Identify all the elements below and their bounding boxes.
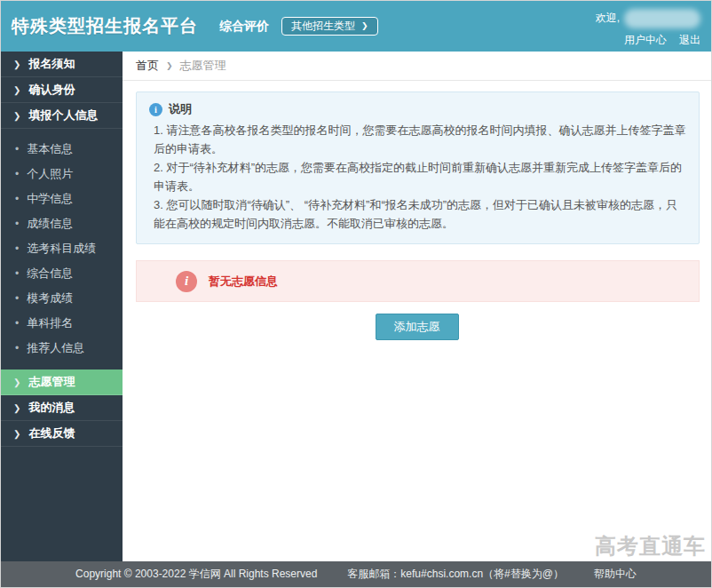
sidebar-subitem-comprehensive-info[interactable]: • 综合信息 (1, 261, 123, 286)
bullet-icon: • (15, 194, 19, 204)
username-redacted (624, 9, 700, 28)
chevron-right-icon: ❯ (361, 22, 368, 30)
chevron-right-icon: ❯ (13, 429, 20, 439)
notice-line: 3. 您可以随时取消“待确认”、 “待补充材料”和“报名未成功”的志愿，但对于已… (154, 195, 686, 233)
sidebar-item-online-feedback[interactable]: ❯ 在线反馈 (1, 421, 123, 447)
sidebar-subitem-personal-photo[interactable]: • 个人照片 (1, 162, 123, 187)
bullet-icon: • (15, 343, 19, 354)
welcome-label: 欢迎, (596, 11, 620, 26)
footer: Copyright © 2003-2022 学信网 All Rights Res… (1, 561, 711, 587)
alert-message: 暂无志愿信息 (209, 274, 278, 290)
empty-volunteer-alert: i 暂无志愿信息 (136, 260, 700, 302)
notice-line: 2. 对于“待补充材料”的志愿，您需要在高校指定的截止时间前重新确认志愿并重新完… (154, 158, 686, 195)
body: ❯ 报名须知 ❯ 确认身份 ❯ 填报个人信息 • 基本信息 • 个人照片 (1, 52, 711, 561)
bullet-icon: • (15, 318, 19, 329)
sidebar-subitem-label: 选考科目成绩 (27, 241, 96, 257)
alert-info-icon: i (176, 271, 197, 292)
sidebar-item-label: 我的消息 (28, 400, 75, 416)
sidebar-subitem-label: 推荐人信息 (27, 340, 84, 356)
bullet-icon: • (15, 268, 19, 279)
chevron-right-icon: ❯ (13, 85, 20, 95)
breadcrumb-current: 志愿管理 (180, 58, 226, 74)
sidebar-item-enrollment-notice[interactable]: ❯ 报名须知 (1, 52, 123, 77)
chevron-right-icon: ❯ (166, 61, 173, 70)
main-content: 首页 ❯ 志愿管理 i 说明 1. 请注意各高校各报名类型的报名时间，您需要在志… (123, 52, 711, 561)
other-types-label: 其他招生类型 (291, 19, 355, 34)
watermark: 高考直通车 (595, 532, 706, 560)
user-area: 欢迎, 用户中心 退出 (596, 5, 700, 48)
sidebar: ❯ 报名须知 ❯ 确认身份 ❯ 填报个人信息 • 基本信息 • 个人照片 (1, 52, 123, 561)
add-volunteer-button[interactable]: 添加志愿 (376, 314, 459, 340)
sidebar-subitem-label: 单科排名 (27, 315, 73, 331)
sidebar-subitem-recommender-info[interactable]: • 推荐人信息 (1, 336, 123, 361)
bullet-icon: • (15, 169, 19, 179)
sidebar-subitem-single-subject-rank[interactable]: • 单科排名 (1, 311, 123, 336)
chevron-right-icon: ❯ (13, 377, 20, 387)
sidebar-item-label: 在线反馈 (28, 425, 75, 441)
sidebar-subitem-label: 综合信息 (27, 266, 73, 282)
logout-link[interactable]: 退出 (679, 33, 700, 48)
sidebar-subitem-basic-info[interactable]: • 基本信息 (1, 137, 123, 162)
sidebar-subitem-label: 模考成绩 (27, 290, 73, 306)
user-center-link[interactable]: 用户中心 (624, 33, 667, 48)
breadcrumb: 首页 ❯ 志愿管理 (123, 52, 711, 81)
program-type-label: 综合评价 (219, 19, 269, 35)
bullet-icon: • (15, 144, 19, 155)
sidebar-item-fill-personal-info[interactable]: ❯ 填报个人信息 (1, 103, 123, 129)
sidebar-subitem-mock-exam-scores[interactable]: • 模考成绩 (1, 286, 123, 311)
header: 特殊类型招生报名平台 综合评价 其他招生类型 ❯ 欢迎, 用户中心 退出 (1, 1, 711, 52)
bullet-icon: • (15, 293, 19, 304)
sidebar-item-my-messages[interactable]: ❯ 我的消息 (1, 395, 123, 421)
app-window: 特殊类型招生报名平台 综合评价 其他招生类型 ❯ 欢迎, 用户中心 退出 ❯ 报… (0, 0, 712, 588)
sidebar-item-label: 报名须知 (28, 56, 75, 72)
breadcrumb-home-link[interactable]: 首页 (136, 58, 159, 74)
footer-support-email: 客服邮箱：kefu#chsi.com.cn（将#替换为@） (347, 567, 564, 582)
sidebar-item-label: 确认身份 (28, 82, 75, 98)
sidebar-subitem-label: 成绩信息 (27, 216, 73, 232)
sidebar-subitem-school-info[interactable]: • 中学信息 (1, 187, 123, 211)
sidebar-subitem-label: 个人照片 (27, 166, 73, 182)
footer-copyright: Copyright © 2003-2022 学信网 All Rights Res… (75, 567, 317, 582)
chevron-right-icon: ❯ (13, 60, 20, 69)
sidebar-sub-list: • 基本信息 • 个人照片 • 中学信息 • 成绩信息 • 选考科目成绩 (1, 129, 123, 369)
sidebar-item-label: 志愿管理 (28, 374, 75, 390)
notice-box: i 说明 1. 请注意各高校各报名类型的报名时间，您需要在志愿高校的报名时间内填… (136, 91, 700, 244)
sidebar-item-label: 填报个人信息 (28, 107, 98, 123)
notice-title: 说明 (169, 101, 192, 117)
page-title: 特殊类型招生报名平台 (12, 14, 198, 38)
other-enrollment-types-button[interactable]: 其他招生类型 ❯ (281, 17, 378, 36)
bullet-icon: • (15, 243, 19, 254)
help-center-link[interactable]: 帮助中心 (594, 567, 637, 582)
sidebar-item-confirm-identity[interactable]: ❯ 确认身份 (1, 77, 123, 103)
sidebar-subitem-elective-scores[interactable]: • 选考科目成绩 (1, 236, 123, 261)
chevron-right-icon: ❯ (13, 403, 20, 413)
sidebar-item-volunteer-management[interactable]: ❯ 志愿管理 (1, 369, 123, 395)
sidebar-subitem-grades-info[interactable]: • 成绩信息 (1, 211, 123, 236)
bullet-icon: • (15, 219, 19, 229)
chevron-right-icon: ❯ (13, 111, 20, 121)
sidebar-subitem-label: 基本信息 (27, 141, 73, 157)
notice-line: 1. 请注意各高校各报名类型的报名时间，您需要在志愿高校的报名时间内填报、确认志… (154, 121, 686, 158)
info-icon: i (149, 103, 162, 116)
sidebar-subitem-label: 中学信息 (27, 191, 73, 207)
